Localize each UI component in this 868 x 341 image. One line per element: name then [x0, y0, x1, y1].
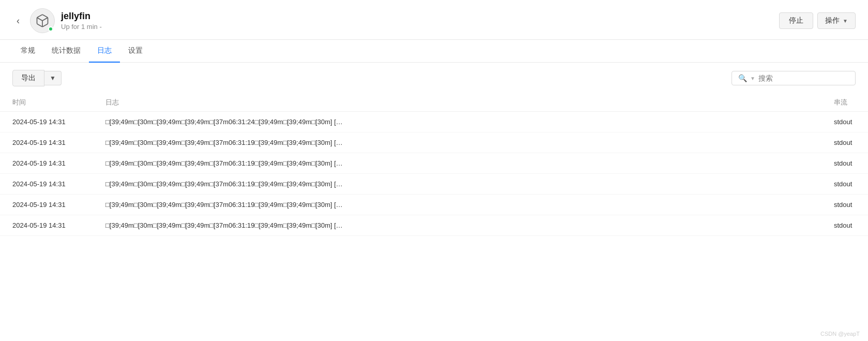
cube-icon: [35, 13, 50, 28]
header-left: ‹ jellyfin Up for 1 min -: [12, 8, 102, 33]
cell-stream: stdout: [821, 195, 868, 215]
action-label: 操作: [825, 16, 840, 25]
tab-logs[interactable]: 日志: [89, 40, 120, 63]
header-right: 停止 操作 ▼: [779, 12, 856, 29]
table-row[interactable]: 2024-05-19 14:31□[39;49m□[30m□[39;49m□[3…: [0, 174, 868, 195]
app-icon: [30, 8, 55, 33]
cell-stream: stdout: [821, 132, 868, 153]
toolbar: 导出 ▼ 🔍 ▼: [0, 63, 868, 94]
export-dropdown-button[interactable]: ▼: [44, 71, 62, 85]
search-box: 🔍 ▼: [732, 71, 856, 85]
search-icon: 🔍: [738, 74, 747, 82]
app-status: Up for 1 min -: [61, 23, 102, 31]
table-row[interactable]: 2024-05-19 14:31□[39;49m□[30m□[39;49m□[3…: [0, 132, 868, 153]
cell-time: 2024-05-19 14:31: [0, 132, 93, 153]
cell-time: 2024-05-19 14:31: [0, 153, 93, 174]
col-header-stream: 串流: [821, 94, 868, 112]
search-input[interactable]: [758, 74, 849, 82]
toolbar-left: 导出 ▼: [12, 70, 62, 86]
app-info: jellyfin Up for 1 min -: [61, 11, 102, 31]
cell-stream: stdout: [821, 174, 868, 195]
table-row[interactable]: 2024-05-19 14:31□[39;49m□[30m□[39;49m□[3…: [0, 153, 868, 174]
table-row[interactable]: 2024-05-19 14:31□[39;49m□[30m□[39;49m□[3…: [0, 215, 868, 236]
tab-general[interactable]: 常规: [12, 40, 43, 63]
table-row[interactable]: 2024-05-19 14:31□[39;49m□[30m□[39;49m□[3…: [0, 195, 868, 215]
col-header-log: 日志: [93, 94, 821, 112]
status-dot: [48, 26, 53, 32]
app-name: jellyfin: [61, 11, 102, 22]
cell-stream: stdout: [821, 153, 868, 174]
cell-time: 2024-05-19 14:31: [0, 174, 93, 195]
stop-button[interactable]: 停止: [779, 12, 813, 29]
cell-log: □[39;49m□[30m□[39;49m□[39;49m□[37m06:31:…: [93, 132, 821, 153]
search-filter-arrow[interactable]: ▼: [750, 76, 755, 81]
log-table: 时间 日志 串流 2024-05-19 14:31□[39;49m□[30m□[…: [0, 94, 868, 236]
cell-time: 2024-05-19 14:31: [0, 112, 93, 132]
header: ‹ jellyfin Up for 1 min - 停止 操作 ▼: [0, 0, 868, 40]
cell-stream: stdout: [821, 215, 868, 236]
cell-log: □[39;49m□[30m□[39;49m□[39;49m□[37m06:31:…: [93, 153, 821, 174]
cell-stream: stdout: [821, 112, 868, 132]
tab-settings[interactable]: 设置: [120, 40, 151, 63]
cell-time: 2024-05-19 14:31: [0, 195, 93, 215]
cell-log: □[39;49m□[30m□[39;49m□[39;49m□[37m06:31:…: [93, 112, 821, 132]
cell-time: 2024-05-19 14:31: [0, 215, 93, 236]
action-dropdown-arrow: ▼: [843, 18, 848, 24]
action-button[interactable]: 操作 ▼: [817, 12, 856, 29]
table-row[interactable]: 2024-05-19 14:31□[39;49m□[30m□[39;49m□[3…: [0, 112, 868, 132]
cell-log: □[39;49m□[30m□[39;49m□[39;49m□[37m06:31:…: [93, 195, 821, 215]
cell-log: □[39;49m□[30m□[39;49m□[39;49m□[37m06:31:…: [93, 215, 821, 236]
tabs: 常规 统计数据 日志 设置: [0, 40, 868, 63]
col-header-time: 时间: [0, 94, 93, 112]
back-button[interactable]: ‹: [12, 13, 24, 28]
cell-log: □[39;49m□[30m□[39;49m□[39;49m□[37m06:31:…: [93, 174, 821, 195]
table-header-row: 时间 日志 串流: [0, 94, 868, 112]
export-button[interactable]: 导出: [12, 70, 44, 86]
tab-stats[interactable]: 统计数据: [43, 40, 89, 63]
